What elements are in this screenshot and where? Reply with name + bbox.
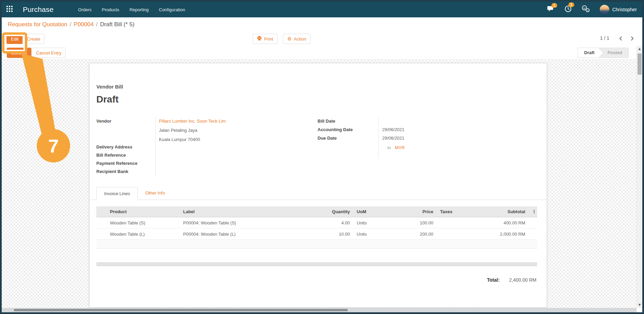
optional-columns-icon[interactable]: ⋮ xyxy=(529,209,537,214)
bill-date-field-label: Bill Date xyxy=(318,119,335,124)
scroll-up-icon[interactable]: ▲ xyxy=(637,46,642,52)
user-name: Christopher xyxy=(612,7,637,12)
accounting-date-field-label: Accounting Date xyxy=(318,127,353,132)
activities-badge: 1 xyxy=(568,2,575,7)
vendor-bill-sheet: Vendor Bill Draft Vendor Pillars Lumber … xyxy=(89,63,547,308)
tab-invoice-lines[interactable]: Invoice Lines xyxy=(96,187,138,200)
cell-quantity: 10.00 xyxy=(314,232,353,237)
column-header-quantity[interactable]: Quantity xyxy=(314,209,353,214)
column-header-label[interactable]: Label xyxy=(180,209,314,214)
window-frame: Purchase Orders Products Reporting Confi… xyxy=(0,0,644,314)
control-panel-buttons: Edit Create Print ⚙ Action 1 / 1 xyxy=(2,32,642,46)
currency-prefix: in xyxy=(387,145,391,150)
user-menu[interactable]: Christopher xyxy=(600,5,637,14)
create-button[interactable]: Create xyxy=(22,34,45,44)
cell-label: P00004: Wooden Table (L) xyxy=(180,232,314,237)
table-horizontal-scrollbar[interactable] xyxy=(96,262,537,266)
total-row: Total: 2,400.00 RM xyxy=(487,277,536,283)
statusbar: Draft Posted xyxy=(578,48,629,58)
messages-badge: 1 xyxy=(551,3,558,8)
feedback-menu[interactable] xyxy=(581,5,590,14)
nav-item-reporting[interactable]: Reporting xyxy=(129,7,148,12)
printer-icon xyxy=(257,36,262,42)
total-value: 2,400.00 RM xyxy=(509,277,536,283)
vendor-field-label: Vendor xyxy=(96,119,111,124)
cell-subtotal: 2,000.00 RM xyxy=(467,232,529,237)
status-step-draft[interactable]: Draft xyxy=(578,48,599,58)
form-view-background: Vendor Bill Draft Vendor Pillars Lumber … xyxy=(2,60,637,308)
due-date-value: 29/06/2021 xyxy=(382,136,404,141)
print-button[interactable]: Print xyxy=(253,34,278,44)
action-button[interactable]: ⚙ Action xyxy=(283,34,311,44)
accounting-date-value: 29/06/2021 xyxy=(382,127,404,132)
top-navbar: Purchase Orders Products Reporting Confi… xyxy=(2,2,642,17)
activities-menu[interactable]: 1 xyxy=(564,5,572,14)
recipient-bank-field-label: Recipient Bank xyxy=(96,169,128,174)
nav-menu: Orders Products Reporting Configuration xyxy=(78,7,185,12)
cancel-entry-button[interactable]: Cancel Entry xyxy=(32,48,66,58)
table-row[interactable]: Wooden Table (S) P00004: Wooden Table (S… xyxy=(96,217,537,229)
cell-uom: Units xyxy=(353,220,382,225)
messages-menu[interactable]: 1 xyxy=(547,6,555,14)
user-avatar xyxy=(600,5,609,14)
cell-uom: Units xyxy=(353,232,382,237)
horizontal-scrollbar-thumb[interactable] xyxy=(14,309,348,311)
tab-other-info[interactable]: Other Info xyxy=(138,187,173,200)
total-label: Total: xyxy=(487,277,500,283)
empty-line-row xyxy=(96,240,537,249)
cell-product: Wooden Table (S) xyxy=(107,220,180,225)
vertical-scrollbar-thumb[interactable] xyxy=(638,53,642,75)
action-button-label: Action xyxy=(294,36,306,42)
vertical-scrollbar[interactable]: ▲ ▼ xyxy=(637,46,642,308)
emoji-faces-icon xyxy=(581,5,590,14)
apps-grid-icon xyxy=(6,6,13,13)
horizontal-scrollbar[interactable] xyxy=(2,308,637,312)
vendor-address-line2: Kuala Lumpur 70400 xyxy=(159,137,200,142)
pager-previous-icon[interactable] xyxy=(619,36,623,43)
form-status-row: Confirm Cancel Entry Draft Posted xyxy=(2,46,642,60)
status-step-posted[interactable]: Posted xyxy=(599,48,628,58)
cell-subtotal: 400.00 RM xyxy=(467,220,529,225)
bill-reference-field-label: Bill Reference xyxy=(96,153,126,158)
document-state-title: Draft xyxy=(96,94,118,105)
nav-item-orders[interactable]: Orders xyxy=(78,7,92,12)
column-header-price[interactable]: Price xyxy=(382,209,437,214)
edit-button[interactable]: Edit xyxy=(6,34,23,44)
nav-item-configuration[interactable]: Configuration xyxy=(159,7,185,12)
apps-menu-button[interactable] xyxy=(2,2,17,17)
breadcrumb-p00004[interactable]: P00004 xyxy=(74,21,94,28)
column-header-uom[interactable]: UoM xyxy=(353,209,382,214)
breadcrumb: Requests for Quotation / P00004 / Draft … xyxy=(2,17,642,32)
vendor-address-line1: Jalan Petaling Jaya xyxy=(159,128,197,133)
field-group-separator xyxy=(378,117,379,158)
breadcrumb-separator: / xyxy=(96,21,98,28)
cell-product: Wooden Table (L) xyxy=(107,232,180,237)
delivery-address-field-label: Delivery Address xyxy=(96,144,132,150)
breadcrumb-separator: / xyxy=(70,21,71,28)
pager-next-icon[interactable] xyxy=(630,36,634,43)
column-header-taxes[interactable]: Taxes xyxy=(437,209,467,214)
cell-price: 100.00 xyxy=(382,220,437,225)
scroll-down-icon[interactable]: ▼ xyxy=(637,302,642,308)
confirm-button[interactable]: Confirm xyxy=(7,48,31,58)
nav-item-products[interactable]: Products xyxy=(102,7,119,12)
app-brand[interactable]: Purchase xyxy=(23,5,53,14)
cell-label: P00004: Wooden Table (S) xyxy=(180,220,314,225)
gear-icon: ⚙ xyxy=(287,36,292,42)
currency-link[interactable]: MYR xyxy=(395,145,405,150)
column-header-product[interactable]: Product xyxy=(107,209,180,214)
pager-counter: 1 / 1 xyxy=(600,35,609,41)
breadcrumb-current: Draft Bill (* 5) xyxy=(100,21,134,28)
navbar-systray: 1 1 xyxy=(547,5,642,14)
due-date-field-label: Due Date xyxy=(318,136,337,141)
breadcrumb-requests-for-quotation[interactable]: Requests for Quotation xyxy=(8,21,67,28)
print-button-label: Print xyxy=(264,36,273,42)
vendor-link[interactable]: Pillars Lumber Inc, Soon Teck Lim xyxy=(159,119,226,124)
column-header-subtotal[interactable]: Subtotal xyxy=(467,209,529,214)
cell-price: 200.00 xyxy=(382,232,437,237)
document-type-label: Vendor Bill xyxy=(96,84,123,90)
table-row[interactable]: Wooden Table (L) P00004: Wooden Table (L… xyxy=(96,229,537,240)
notebook-tabs: Invoice Lines Other Info xyxy=(90,187,547,200)
purchase-app-window: Purchase Orders Products Reporting Confi… xyxy=(0,0,644,314)
payment-reference-field-label: Payment Reference xyxy=(96,161,138,166)
